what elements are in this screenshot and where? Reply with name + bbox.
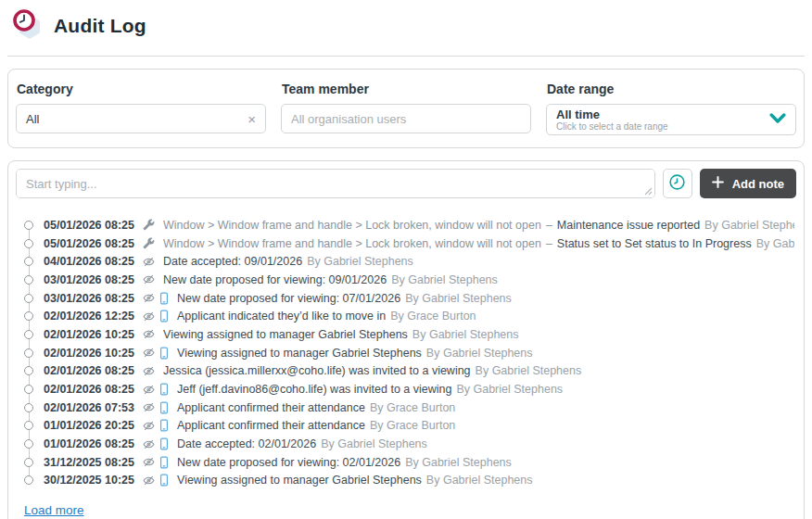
note-input-wrap: [16, 169, 655, 202]
entry-message: New date proposed for viewing: 07/01/202…: [177, 292, 400, 305]
add-note-label: Add note: [732, 177, 784, 191]
entry-author: By Grace Burton: [370, 401, 455, 414]
date-range-texts: All time Click to select a date range: [556, 108, 769, 133]
eye-off-icon: [143, 328, 155, 340]
timeline-node-icon: [24, 330, 33, 339]
entry-author: By Gabriel Stephens: [391, 273, 498, 286]
entry-category-path: Window > Window frame and handle > Lock …: [163, 237, 541, 250]
timeline-node-icon: [24, 311, 33, 321]
timeline-node-icon: [24, 439, 33, 449]
entry-timestamp: 05/01/2026 08:25: [44, 219, 134, 232]
entry-message: New date proposed for viewing: 09/01/202…: [163, 273, 387, 286]
entry-icons: [143, 419, 169, 432]
plus-icon: [712, 176, 724, 191]
entry-author: By Gabriel Stephens: [476, 364, 582, 377]
entry-icons: [143, 310, 169, 323]
timeline-node-icon: [24, 257, 33, 266]
entry-icons: [143, 292, 169, 305]
timeline-node-icon: [24, 385, 33, 394]
note-bar: Add note: [16, 169, 796, 202]
entry-timestamp: 02/01/2026 08:25: [44, 364, 134, 377]
entry-icons: [143, 437, 169, 450]
chevron-down-icon: [769, 113, 786, 127]
eye-off-icon: [143, 475, 155, 487]
entry-message: Applicant confirmed their attendance: [177, 419, 365, 432]
date-range-select[interactable]: All time Click to select a date range: [546, 104, 796, 135]
entry-icons: [143, 383, 169, 396]
timeline-node-icon: [24, 275, 33, 285]
entry-separator: –: [546, 237, 552, 250]
team-member-input[interactable]: [281, 104, 531, 133]
log-entry: 04/01/2026 08:25 Date accepted: 09/01/20…: [24, 252, 794, 271]
timeline-node-icon: [24, 403, 33, 412]
entry-icons: [143, 256, 155, 268]
date-range-value: All time: [556, 108, 769, 121]
note-input[interactable]: [16, 169, 655, 198]
entry-timestamp: 02/01/2026 12:25: [44, 310, 134, 323]
entry-message: Jessica (jessica.millerxx@coho.life) was…: [163, 364, 471, 377]
mobile-icon: [159, 419, 169, 432]
log-entry: 02/01/2026 08:25 Jeff (jeff.davino86@coh…: [24, 380, 794, 399]
entry-author: By Gabriel Stephens: [321, 437, 427, 450]
clear-category-icon[interactable]: ×: [247, 112, 256, 126]
entry-icons: [143, 328, 155, 340]
clock-icon: [668, 173, 686, 194]
entry-message: Jeff (jeff.davino86@coho.life) was invit…: [177, 383, 451, 396]
mobile-icon: [159, 347, 169, 360]
wrench-icon: [143, 219, 155, 231]
mobile-icon: [159, 292, 169, 305]
log-entry: 02/01/2026 07:53 Applicant confirmed the…: [24, 399, 794, 417]
entry-author: By Gabriel Stephens: [756, 237, 794, 250]
entry-category-path: Window > Window frame and handle > Lock …: [163, 219, 541, 232]
entry-message: Viewing assigned to manager Gabriel Step…: [163, 328, 408, 341]
log-entry: 03/01/2026 08:25 New date proposed for v…: [24, 271, 794, 289]
history-button[interactable]: [663, 169, 692, 198]
log-entry: 02/01/2026 10:25 Viewing assigned to man…: [24, 325, 794, 344]
mobile-icon: [159, 383, 169, 396]
header-divider: [7, 56, 805, 57]
date-range-filter: Date range All time Click to select a da…: [546, 82, 796, 135]
timeline-node-icon: [24, 421, 33, 430]
entry-message: Date accepted: 09/01/2026: [163, 255, 302, 268]
log-entry: 05/01/2026 08:25 Window > Window frame a…: [24, 216, 794, 234]
entry-message: Applicant indicated they’d like to move …: [177, 310, 386, 323]
eye-off-icon: [143, 292, 155, 304]
entry-author: By Gabriel Stephens: [405, 456, 512, 469]
entry-timestamp: 05/01/2026 08:25: [44, 237, 134, 250]
entry-author: By Gabriel Stephens: [456, 383, 563, 396]
load-more-link[interactable]: Load more: [24, 503, 84, 517]
date-range-hint: Click to select a date range: [556, 121, 769, 133]
entry-timestamp: 04/01/2026 08:25: [44, 255, 134, 268]
entry-icons: [143, 365, 155, 377]
category-filter-input[interactable]: All ×: [16, 104, 266, 133]
entry-timestamp: 01/01/2026 08:25: [44, 437, 134, 450]
entry-author: By Gabriel Stephens: [426, 474, 533, 487]
timeline-node-icon: [24, 366, 33, 375]
timeline-node-icon: [24, 239, 33, 248]
team-member-filter: Team member: [281, 82, 531, 135]
log-entry: 01/01/2026 20:25 Applicant confirmed the…: [24, 417, 794, 436]
log-entry: 02/01/2026 08:25 Jessica (jessica.miller…: [24, 362, 794, 381]
entry-icons: [143, 474, 169, 487]
add-note-button[interactable]: Add note: [700, 169, 796, 198]
entry-timestamp: 02/01/2026 10:25: [44, 328, 134, 341]
log-entry: 01/01/2026 08:25 Date accepted: 02/01/20…: [24, 435, 794, 453]
entry-timestamp: 03/01/2026 08:25: [44, 273, 134, 286]
page-title: Audit Log: [54, 15, 146, 37]
entry-author: By Gabriel Stephens: [405, 292, 512, 305]
mobile-icon: [159, 310, 169, 323]
eye-off-icon: [143, 456, 155, 468]
log-entry: 02/01/2026 12:25 Applicant indicated the…: [24, 307, 794, 325]
mobile-icon: [159, 401, 169, 414]
entry-icons: [143, 456, 169, 469]
eye-off-icon: [143, 401, 155, 413]
entry-timestamp: 01/01/2026 20:25: [44, 419, 134, 432]
entry-author: By Grace Burton: [390, 310, 476, 323]
timeline-node-icon: [24, 294, 33, 303]
eye-off-icon: [143, 420, 155, 432]
entry-message: Status set to Set status to In Progress: [557, 237, 752, 250]
entry-timestamp: 30/12/2025 10:25: [44, 474, 134, 487]
filters-card: Category All × Team member Date range Al…: [7, 69, 805, 148]
log-list: 05/01/2026 08:25 Window > Window frame a…: [24, 216, 794, 489]
category-label: Category: [17, 82, 266, 96]
